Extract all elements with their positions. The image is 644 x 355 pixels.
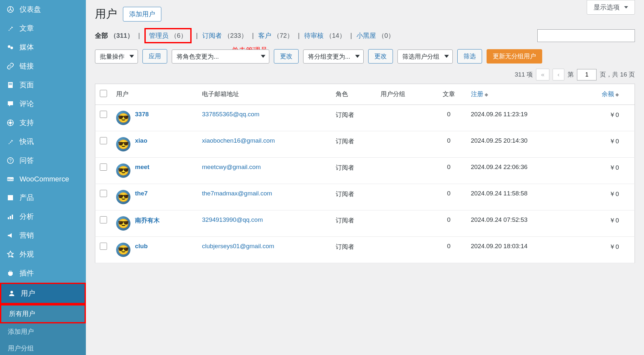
sub-item-2[interactable]: 用户分组 [0, 340, 86, 355]
col-register-label: 注册 [471, 91, 483, 97]
username-link[interactable]: 3378 [135, 111, 149, 118]
email-link[interactable]: the7madmax@gmail.com [202, 190, 272, 197]
username-link[interactable]: meet [135, 163, 149, 171]
sort-icon: ◆ [485, 92, 488, 97]
svg-point-7 [9, 121, 12, 124]
balance-cell: ￥0 [573, 131, 635, 158]
group-cell [376, 105, 431, 131]
col-balance[interactable]: 余额◆ [573, 84, 635, 105]
col-group[interactable]: 用户分组 [376, 84, 431, 105]
sidebar-item-6[interactable]: 支持 [0, 113, 86, 132]
email-link[interactable]: 3294913990@qq.com [202, 216, 263, 223]
filter-subscriber-count: （233） [224, 32, 248, 39]
filter-blackroom-label: 小黑屋 [356, 32, 376, 39]
sidebar-item-4[interactable]: 页面 [0, 76, 86, 94]
filter-admin[interactable]: 管理员 （6） [149, 31, 187, 40]
screen-options-button[interactable]: 显示选项 [587, 0, 635, 15]
sub-item-0[interactable]: 所有用户 [0, 304, 86, 323]
sidebar-item-15[interactable]: 用户 [0, 283, 86, 304]
register-cell: 2024.09.20 18:03:14 [466, 237, 574, 263]
search-input[interactable] [537, 29, 635, 42]
help-icon: ? [6, 156, 15, 165]
role-cell: 订阅者 [331, 105, 376, 131]
change-group-select[interactable]: 将分组变更为... [303, 50, 364, 64]
sub-item-1[interactable]: 添加用户 [0, 323, 86, 340]
sidebar-item-label: 文章 [20, 23, 34, 33]
sidebar-item-10[interactable]: 产品 [0, 188, 86, 207]
sidebar-item-11[interactable]: 分析 [0, 207, 86, 226]
svg-rect-13 [8, 195, 13, 196]
col-role[interactable]: 角色 [331, 84, 376, 105]
page-input[interactable] [577, 69, 597, 80]
email-link[interactable]: clubjerseys01@gmail.com [202, 243, 274, 249]
change-role-button[interactable]: 更改 [274, 49, 299, 64]
filter-all[interactable]: 全部 （311） [95, 31, 134, 40]
col-user[interactable]: 用户 [112, 84, 197, 105]
username-link[interactable]: 南乔有木 [135, 216, 160, 225]
sidebar-item-label: 支持 [20, 118, 34, 128]
filter-blackroom[interactable]: 小黑屋 （0） [356, 31, 395, 40]
page-prev-first[interactable]: « [536, 69, 549, 80]
svg-rect-14 [8, 217, 9, 219]
sidebar-item-label: 用户 [21, 289, 35, 298]
sidebar-item-5[interactable]: 评论 [0, 94, 86, 113]
sidebar-item-0[interactable]: 仪表盘 [0, 0, 86, 19]
sidebar-item-1[interactable]: 文章 [0, 19, 86, 38]
sidebar-item-2[interactable]: 媒体 [0, 38, 86, 57]
select-all-checkbox[interactable] [100, 90, 107, 97]
filter-pending[interactable]: 待审核 （14） [304, 31, 346, 40]
sidebar-item-label: 仪表盘 [20, 5, 41, 14]
update-ungrouped-button[interactable]: 更新无分组用户 [487, 49, 542, 64]
sidebar-item-label: 外观 [20, 249, 34, 259]
apply-button[interactable]: 应用 [142, 49, 167, 64]
add-user-button[interactable]: 添加用户 [123, 7, 161, 21]
table-row: meetmeetcwy@gmail.com订阅者02024.09.24 22:0… [95, 158, 635, 184]
change-role-select[interactable]: 将角色变更为... [172, 50, 269, 64]
media-icon [6, 43, 15, 52]
row-checkbox[interactable] [100, 216, 107, 223]
row-checkbox[interactable] [100, 163, 107, 171]
username-link[interactable]: club [135, 243, 148, 250]
username-link[interactable]: xiao [135, 137, 147, 144]
posts-cell: 0 [431, 158, 466, 184]
col-register[interactable]: 注册◆ [466, 84, 574, 105]
sidebar-item-14[interactable]: 插件 [0, 264, 86, 283]
sidebar-item-7[interactable]: 快讯 [0, 132, 86, 151]
comment-icon [6, 99, 15, 108]
row-checkbox[interactable] [100, 111, 107, 118]
sidebar-item-3[interactable]: 链接 [0, 57, 86, 76]
row-checkbox[interactable] [100, 243, 107, 250]
sidebar-item-8[interactable]: ?问答 [0, 151, 86, 170]
filter-customer[interactable]: 客户 （72） [258, 31, 293, 40]
filter-blackroom-count: （0） [378, 32, 395, 39]
email-link[interactable]: xiaobochen16@gmail.com [202, 137, 275, 144]
table-row: 南乔有木3294913990@qq.com订阅者02024.09.24 07:5… [95, 210, 635, 237]
filter-button[interactable]: 筛选 [457, 49, 482, 64]
sidebar-item-13[interactable]: 外观 [0, 245, 86, 264]
email-link[interactable]: meetcwy@gmail.com [202, 163, 261, 170]
svg-point-17 [10, 291, 13, 293]
filter-group-select[interactable]: 筛选用户分组 [397, 50, 453, 64]
users-table: 用户 电子邮箱地址 角色 用户分组 文章 注册◆ 余额◆ 33783378553… [95, 84, 635, 263]
filter-subscriber[interactable]: 订阅者 （233） [202, 31, 248, 40]
toolbar: 批量操作 应用 将角色变更为... 更改 将分组变更为... 更改 筛选用户分组… [95, 49, 635, 69]
email-link[interactable]: 337855365@qq.com [202, 111, 260, 118]
row-checkbox[interactable] [100, 137, 107, 144]
change-group-button[interactable]: 更改 [368, 49, 393, 64]
username-link[interactable]: the7 [135, 190, 148, 197]
filter-pending-label: 待审核 [304, 32, 324, 39]
sidebar-item-9[interactable]: WooWooCommerce [0, 170, 86, 188]
user-icon [7, 289, 16, 298]
col-posts[interactable]: 文章 [431, 84, 466, 105]
bulk-action-select[interactable]: 批量操作 [95, 50, 138, 64]
group-cell [376, 237, 431, 263]
row-checkbox[interactable] [100, 190, 107, 197]
avatar [116, 137, 130, 151]
table-row: 3378337855365@qq.com订阅者02024.09.26 11:23… [95, 105, 635, 131]
page-title: 用户 [95, 7, 117, 21]
col-email[interactable]: 电子邮箱地址 [197, 84, 331, 105]
page-prev[interactable]: ‹ [553, 69, 564, 80]
sidebar-item-12[interactable]: 营销 [0, 226, 86, 245]
svg-point-1 [8, 45, 10, 48]
avatar [116, 216, 130, 231]
